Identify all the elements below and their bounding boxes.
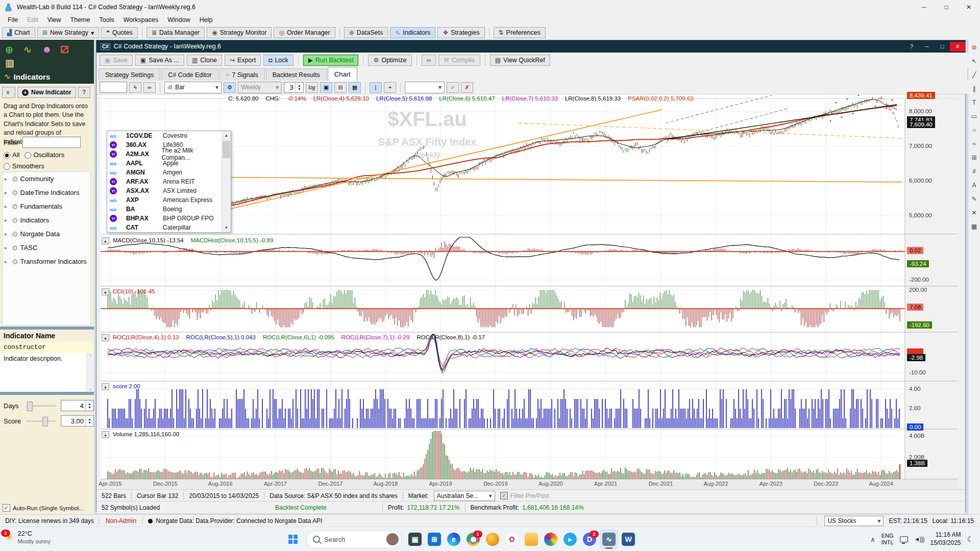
symbol-row-asx.ax[interactable]: Y!ASX.AXASX Limited — [107, 186, 222, 195]
chart-button[interactable]: ▟Chart — [2, 27, 35, 38]
scale-select[interactable]: Weekly▾ — [238, 82, 282, 93]
tab-strategy-settings[interactable]: Strategy Settings — [99, 68, 160, 81]
compile-button[interactable]: ⚒Compile — [438, 55, 480, 66]
symbol-row-amgn[interactable]: wᴅAMGNAmgen — [107, 168, 222, 177]
globe-icon[interactable]: ⊕ — [5, 44, 13, 56]
scroll-up-icon[interactable]: ▲ — [222, 131, 231, 140]
opera-icon[interactable]: O — [503, 529, 521, 549]
network-icon[interactable] — [900, 536, 908, 542]
tree-item-indicators[interactable]: ▸⚙Indicators — [3, 213, 90, 227]
save-button[interactable]: ▣Save — [100, 55, 133, 66]
window-help-button[interactable]: ? — [904, 42, 919, 52]
tab-7-signals[interactable]: ≈7 Signals — [219, 68, 265, 81]
symbol-row-ba[interactable]: wᴅBABoeing — [107, 205, 222, 214]
start-button[interactable] — [284, 529, 302, 549]
chrome-icon[interactable]: 1 — [464, 529, 482, 549]
file-explorer-icon[interactable] — [522, 529, 541, 549]
symbol-row-1cov.de[interactable]: wᴅ1COV.DECovestro — [107, 131, 222, 140]
apply-button[interactable]: ✓ — [447, 82, 459, 93]
symbol-row-axp[interactable]: wᴅAXPAmerican Express — [107, 195, 222, 205]
window-close-button[interactable]: ✕ — [950, 42, 965, 52]
menu-workspaces[interactable]: Workspaces — [119, 15, 163, 24]
save-as-button[interactable]: ▣Save As ... — [135, 55, 184, 66]
annotation-tool-icon[interactable]: A — [969, 180, 980, 191]
word-icon[interactable]: W — [619, 529, 638, 549]
panel-collapse-button[interactable]: ▲ — [102, 334, 109, 341]
indicators-button[interactable]: ∿Indicators — [390, 27, 435, 38]
cubes-icon[interactable]: ⚂ — [60, 44, 69, 56]
ellipse-tool-icon[interactable]: ○ — [969, 124, 980, 136]
market-select[interactable]: Australian Se...▾ — [434, 491, 495, 501]
radio-smoothers[interactable]: Smoothers — [4, 162, 44, 170]
days-stepper[interactable]: 4 ▲▼ — [61, 400, 94, 411]
books-icon[interactable]: ▥ — [5, 57, 14, 69]
filter-input[interactable] — [22, 137, 81, 148]
parallel-channel-icon[interactable]: ∥ — [969, 83, 980, 94]
description-scrollbar[interactable]: ▴ ▾ — [86, 353, 94, 392]
view-quickref-button[interactable]: ▤View QuickRef — [490, 55, 550, 66]
menu-tools[interactable]: Tools — [94, 15, 118, 24]
language-switcher[interactable]: ENGINTL — [881, 533, 894, 546]
photos-icon[interactable]: ▣ — [406, 529, 424, 549]
menu-file[interactable]: File — [3, 15, 22, 24]
expand-arrow-icon[interactable]: ▸ — [5, 217, 10, 223]
scroll-down-icon[interactable]: ▼ — [222, 223, 231, 232]
expand-arrow-icon[interactable]: ▸ — [5, 204, 10, 209]
panel-collapse-button[interactable]: ▲ — [102, 237, 109, 244]
autorun-checkbox[interactable]: ✓ — [3, 504, 10, 512]
radio-oscillators[interactable]: Oscillators — [24, 151, 64, 159]
add-indicator-button[interactable]: + — [384, 82, 396, 93]
symbol-row-bhp.ax[interactable]: Y!BHP.AXBHP GROUP FPO — [107, 214, 222, 223]
clone-button[interactable]: ▥Clone — [187, 55, 222, 66]
draw-tool-icon[interactable]: ✎ — [969, 193, 980, 205]
window-maximize-button[interactable]: □ — [935, 42, 950, 52]
rectangle-tool-icon[interactable]: ▭ — [969, 111, 980, 122]
new-indicator-button[interactable]: + New Indicator — [17, 87, 76, 98]
edge-icon[interactable]: e — [445, 529, 463, 549]
snapshot-button[interactable]: ▣ — [320, 82, 332, 93]
datasets-button[interactable]: ⊕DataSets — [344, 27, 388, 38]
search-box[interactable]: Search — [306, 531, 402, 548]
new-strategy-button[interactable]: ⊞New Strategy▾ — [37, 27, 99, 38]
discard-button[interactable]: ✗ — [461, 82, 473, 93]
tab-chart[interactable]: Chart — [328, 67, 357, 81]
panel-collapse-button[interactable]: ▲ — [102, 431, 109, 438]
app-close-button[interactable]: ✕ — [958, 0, 980, 14]
menu-edit[interactable]: Edit — [22, 15, 43, 24]
symbol-row-cat[interactable]: wᴅCATCaterpillar — [107, 223, 222, 232]
calendar-button[interactable]: ▦ — [349, 82, 361, 93]
text-tool-icon[interactable]: T — [969, 97, 980, 108]
link-icon[interactable]: ∞ — [143, 82, 156, 93]
gallery-icon[interactable] — [542, 529, 560, 549]
lightning-icon[interactable]: ϟ — [129, 82, 141, 93]
wave-icon[interactable]: ∿ — [23, 44, 32, 56]
menu-theme[interactable]: Theme — [66, 15, 95, 24]
export-button[interactable]: ↪Export — [225, 55, 261, 66]
days-slider[interactable] — [26, 405, 56, 407]
erase-tool-icon[interactable]: ✕ — [969, 207, 980, 218]
market-clock-select[interactable]: US Stocks▾ — [824, 516, 884, 526]
no-trade-icon[interactable]: ⊘ — [969, 42, 980, 53]
optimize-button[interactable]: ⚙Optimize — [368, 55, 411, 66]
run-backtest-button[interactable]: ▶Run Backtest — [303, 55, 359, 66]
expand-arrow-icon[interactable]: ▸ — [5, 190, 10, 195]
app-maximize-button[interactable]: □ — [935, 0, 958, 14]
strategy-monitor-button[interactable]: ◉Strategy Monitor — [207, 27, 272, 38]
filter-prepost-checkbox[interactable]: ✓ — [500, 492, 508, 499]
clock-widget[interactable]: 11:16 AM15/03/2025 — [930, 531, 961, 547]
chart-region[interactable]: $XFL.auS&P ASX Fifty IndexWeekly C: 5,62… — [101, 94, 958, 489]
symbol-input[interactable] — [100, 82, 127, 93]
split-panel-button[interactable]: ⊟ — [334, 82, 347, 93]
chart-settings-gear-icon[interactable]: ⚙ — [224, 82, 236, 93]
log-scale-button[interactable]: log — [306, 82, 318, 93]
tree-item-datetime-indicators[interactable]: ▸⚙DateTime Indicators — [3, 186, 90, 199]
tree-item-fundamentals[interactable]: ▸⚙Fundamentals — [3, 199, 90, 213]
order-manager-button[interactable]: ◎Order Manager — [274, 27, 335, 38]
telegram-icon[interactable]: ▸ — [561, 529, 579, 549]
menu-window[interactable]: Window — [163, 15, 194, 24]
expand-arrow-icon[interactable]: ▸ — [5, 176, 10, 182]
wealthlab-icon[interactable]: ∿ — [600, 529, 618, 549]
symbol-list-scrollbar[interactable]: ▲ ▼ — [222, 131, 231, 232]
tab-backtest-results[interactable]: Backtest Results — [266, 68, 327, 81]
bar-style-select[interactable]: ıl‖ Bar ▾ — [164, 82, 222, 93]
